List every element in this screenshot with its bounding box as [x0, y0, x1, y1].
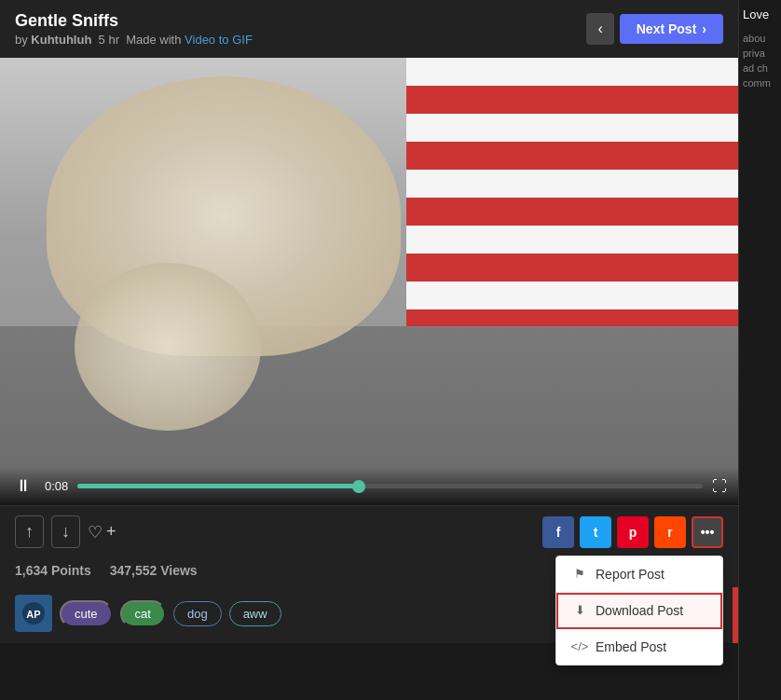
sidebar-title: Love	[743, 7, 777, 21]
svg-text:AP: AP	[26, 609, 40, 620]
made-with-label: Made with	[126, 33, 181, 47]
embed-icon: </>	[571, 638, 588, 655]
video-container: ⏸ 0:08 ⛶	[0, 58, 738, 505]
accent-bar	[733, 587, 738, 643]
video-controls: ⏸ 0:08 ⛶	[0, 467, 738, 505]
twitter-share-button[interactable]: t	[580, 516, 611, 548]
cat-small	[75, 263, 261, 431]
next-chevron-icon: ›	[702, 21, 706, 36]
tag-cat[interactable]: cat	[120, 600, 166, 627]
video-scene	[0, 58, 738, 505]
vote-actions: ↑ ↓ ♡ +	[15, 515, 116, 548]
love-button[interactable]: ♡ +	[88, 522, 116, 542]
sidebar-link-community[interactable]: comm	[743, 77, 777, 89]
video-player[interactable]: ⏸ 0:08 ⛶	[0, 58, 738, 505]
progress-knob[interactable]	[352, 480, 365, 493]
tag-cute[interactable]: cute	[60, 600, 113, 627]
download-post-label: Download Post	[596, 603, 683, 618]
progress-bar[interactable]	[77, 484, 703, 488]
love-icon: ♡	[88, 522, 103, 542]
report-icon: ⚑	[571, 566, 588, 583]
next-post-label: Next Post	[637, 21, 697, 36]
points-stat: 1,634 Points	[15, 563, 91, 578]
post-actions: ↑ ↓ ♡ + f t p r ••• ⚑ Report Post ⬇ Down…	[0, 505, 738, 557]
post-title-area: Gentle Sniffs by Kuhtuhluh 5 hr Made wit…	[15, 11, 253, 47]
tag-aww[interactable]: aww	[229, 601, 281, 626]
post-nav: ‹ Next Post ›	[586, 13, 723, 45]
upvote-button[interactable]: ↑	[15, 515, 44, 548]
download-post-item[interactable]: ⬇ Download Post	[556, 593, 722, 629]
download-icon: ⬇	[571, 602, 588, 619]
post-header: Gentle Sniffs by Kuhtuhluh 5 hr Made wit…	[0, 0, 738, 58]
social-buttons: f t p r ••• ⚑ Report Post ⬇ Download Pos…	[542, 516, 723, 548]
tag-dog[interactable]: dog	[173, 601, 222, 626]
sidebar-link-adchoice[interactable]: ad ch	[743, 62, 777, 74]
prev-post-button[interactable]: ‹	[586, 13, 613, 45]
love-plus: +	[106, 522, 116, 542]
report-post-label: Report Post	[596, 567, 665, 582]
post-meta: by Kuhtuhluh 5 hr Made with Video to GIF	[15, 33, 253, 47]
reddit-share-button[interactable]: r	[654, 516, 686, 548]
embed-post-item[interactable]: </> Embed Post	[556, 629, 722, 665]
views-stat: 347,552 Views	[110, 563, 198, 578]
pause-button[interactable]: ⏸	[11, 474, 35, 498]
more-options-button[interactable]: •••	[692, 516, 723, 548]
next-post-button[interactable]: Next Post ›	[620, 14, 723, 44]
progress-fill	[77, 484, 359, 488]
site-logo: AP	[15, 595, 52, 632]
facebook-share-button[interactable]: f	[542, 516, 574, 548]
post-time: 5 hr	[99, 33, 119, 47]
sidebar-link-about[interactable]: abou	[743, 33, 777, 44]
time-display: 0:08	[45, 479, 68, 493]
fullscreen-button[interactable]: ⛶	[712, 478, 727, 495]
made-with-link[interactable]: Video to GIF	[185, 33, 253, 47]
sidebar: Love abou priva ad ch comm	[738, 0, 781, 700]
more-options-dropdown: ⚑ Report Post ⬇ Download Post </> Embed …	[555, 556, 723, 666]
sidebar-link-privacy[interactable]: priva	[743, 48, 777, 59]
report-post-item[interactable]: ⚑ Report Post	[556, 556, 722, 593]
sidebar-links: abou priva ad ch comm	[743, 33, 777, 89]
downvote-button[interactable]: ↓	[51, 515, 80, 548]
post-title: Gentle Sniffs	[15, 11, 253, 31]
post-author: Kuhtuhluh	[31, 33, 91, 47]
logo-icon: AP	[21, 600, 47, 626]
pinterest-share-button[interactable]: p	[617, 516, 649, 548]
embed-post-label: Embed Post	[596, 639, 666, 654]
